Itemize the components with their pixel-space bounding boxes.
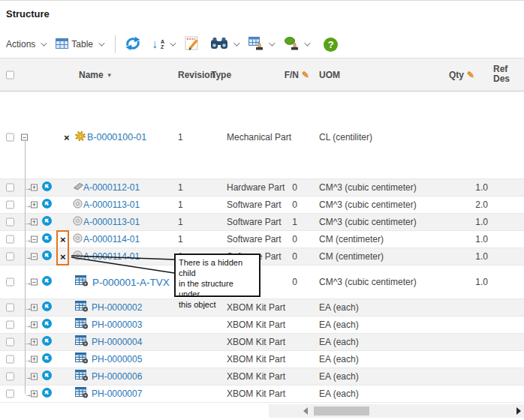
part-link[interactable]: PH-0000006 — [92, 371, 142, 382]
toolbar: Actions Table ↓ AZ — [0, 31, 524, 58]
multiple-usage-icon — [42, 336, 52, 348]
row-checkbox[interactable] — [6, 236, 14, 244]
scrollbar-thumb[interactable] — [314, 406, 369, 416]
part-link[interactable]: PH-0000004 — [92, 337, 142, 347]
column-header-revision[interactable]: Revision — [178, 70, 215, 80]
multiple-usage-icon — [42, 233, 52, 245]
part-link[interactable]: A-0000114-01 — [83, 234, 140, 244]
sort-indicator-icon: ▼ — [107, 72, 113, 79]
actions-menu-button[interactable]: Actions — [6, 39, 45, 50]
cell-uom: CM^3 (cubic centimeter) — [319, 277, 417, 287]
hidden-child-indicator: × — [60, 251, 66, 262]
part-link[interactable]: A-0000113-01 — [83, 200, 140, 210]
table-row: →+A-0000113-011Software Part0CM^3 (cubic… — [0, 196, 524, 213]
expand-toggle[interactable]: + — [31, 339, 38, 346]
part-link[interactable]: PH-0000002 — [92, 302, 142, 313]
bom-table-icon — [75, 301, 89, 314]
expand-toggle[interactable]: + — [31, 184, 38, 191]
binoculars-icon — [210, 37, 228, 52]
row-checkbox[interactable] — [6, 253, 14, 261]
part-link[interactable]: A-0000112-01 — [83, 182, 140, 193]
cell-revision: 1 — [178, 182, 183, 193]
column-header-name[interactable]: Name▼ — [79, 70, 113, 80]
row-checkbox[interactable] — [6, 218, 14, 226]
cell-uom: CM^3 (cubic centimeter) — [319, 200, 417, 210]
part-link[interactable]: PH-0000003 — [92, 320, 142, 330]
scroll-left-arrow[interactable] — [303, 407, 308, 415]
part-link[interactable]: P-000001-A-TVX — [92, 277, 170, 288]
column-header-type[interactable]: Type — [211, 70, 231, 80]
bom-table-icon — [75, 352, 89, 366]
expand-toggle[interactable]: + — [31, 202, 38, 208]
insert-existing-button[interactable] — [284, 37, 309, 52]
table-row: →−×A-0000114-011Software Part0CM (centim… — [0, 230, 524, 248]
scroll-right-arrow[interactable] — [516, 407, 521, 415]
column-header-uom[interactable]: UOM — [319, 70, 340, 80]
cell-uom: EA (each) — [319, 371, 359, 382]
row-checkbox[interactable] — [6, 373, 14, 381]
bom-table-icon — [75, 370, 89, 383]
part-link[interactable]: B-0000100-01 — [87, 132, 146, 142]
expand-toggle[interactable]: − — [21, 134, 28, 141]
sort-az-icon: ↓ — [152, 38, 158, 50]
chevron-down-icon — [41, 40, 47, 46]
column-header-refdes[interactable]: RefDes — [493, 64, 510, 86]
row-checkbox[interactable] — [6, 356, 14, 364]
table-edit-button[interactable] — [248, 37, 273, 52]
gear-icon — [75, 131, 86, 144]
find-button[interactable] — [210, 37, 238, 52]
help-button[interactable]: ? — [324, 38, 338, 52]
expand-toggle[interactable]: − — [31, 236, 38, 243]
row-checkbox[interactable] — [6, 184, 14, 192]
multiple-usage-icon — [42, 388, 52, 400]
table-menu-button[interactable]: Table — [56, 38, 103, 51]
part-link[interactable]: PH-0000007 — [92, 388, 142, 399]
expand-toggle[interactable]: − — [31, 254, 38, 260]
table-row: −×B-0000100-011Mechanical PartCL (centil… — [0, 123, 524, 152]
part-link[interactable]: A-0000114-01 — [83, 251, 140, 262]
expand-toggle[interactable]: + — [31, 322, 38, 328]
table-row: →+PH-0000005XBOM Kit PartEA (each) — [0, 350, 524, 368]
chevron-down-icon — [269, 40, 275, 46]
multiple-usage-icon — [42, 199, 52, 211]
select-all-checkbox[interactable] — [6, 71, 14, 80]
column-header-fn[interactable]: F/N — [276, 70, 299, 80]
hardware-part-icon — [73, 182, 84, 193]
software-part-icon — [73, 233, 83, 245]
column-header-qty[interactable]: Qty — [443, 70, 464, 80]
chevron-down-icon — [170, 40, 176, 46]
multiple-usage-icon — [42, 276, 52, 288]
expand-toggle[interactable]: + — [31, 356, 38, 363]
row-checkbox[interactable] — [6, 338, 14, 346]
table-row: →+PH-0000003XBOM Kit PartEA (each) — [0, 316, 524, 333]
expand-toggle[interactable]: + — [31, 391, 38, 398]
row-checkbox[interactable] — [6, 278, 14, 286]
table-row: →+PH-0000004XBOM Kit PartEA (each) — [0, 333, 524, 350]
cell-uom: EA (each) — [319, 320, 359, 330]
expand-toggle[interactable]: + — [31, 374, 38, 380]
expand-toggle[interactable]: + — [31, 219, 38, 226]
software-part-icon — [73, 216, 83, 228]
part-link[interactable]: A-0000113-01 — [83, 217, 140, 227]
multiple-usage-icon — [42, 250, 52, 262]
row-checkbox[interactable] — [6, 390, 14, 398]
row-checkbox[interactable] — [6, 321, 14, 329]
edit-button[interactable] — [185, 36, 200, 53]
sort-button[interactable]: ↓ AZ — [152, 38, 174, 50]
multiple-usage-icon — [42, 353, 52, 365]
cell-fn: 0 — [276, 234, 297, 244]
multiple-usage-icon — [42, 182, 52, 194]
cell-type: XBOM Kit Part — [227, 337, 285, 347]
horizontal-scrollbar[interactable] — [269, 404, 524, 418]
row-checkbox[interactable] — [6, 304, 14, 312]
chevron-down-icon — [304, 40, 310, 46]
refresh-button[interactable] — [125, 36, 141, 53]
expand-toggle[interactable]: − — [31, 279, 38, 286]
cell-revision: 1 — [178, 234, 183, 244]
part-link[interactable]: PH-0000005 — [92, 354, 142, 364]
cell-type: XBOM Kit Part — [227, 354, 285, 364]
row-checkbox[interactable] — [6, 201, 14, 209]
expand-toggle[interactable]: + — [31, 304, 38, 311]
software-part-icon — [73, 199, 83, 211]
row-checkbox[interactable] — [6, 134, 14, 142]
